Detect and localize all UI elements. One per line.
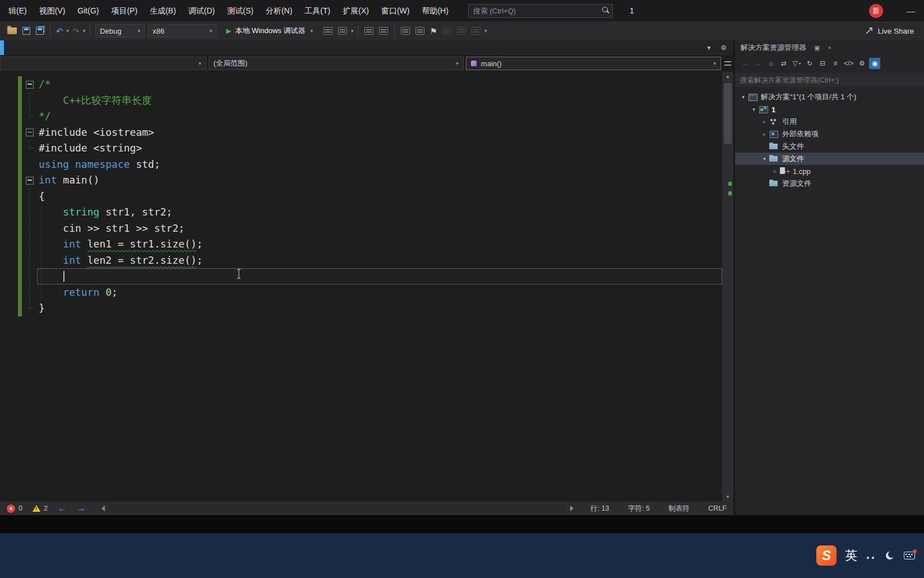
- save-icon[interactable]: [22, 27, 30, 35]
- member-dropdown[interactable]: main() ▾: [466, 57, 721, 70]
- fold-toggle-icon[interactable]: [22, 172, 37, 189]
- menu-item[interactable]: 工具(T): [298, 0, 336, 21]
- eol-indicator[interactable]: CRLF: [708, 504, 727, 512]
- expander-icon[interactable]: ▹: [760, 131, 769, 137]
- breakpoint-margin[interactable]: [0, 189, 18, 205]
- active-tab-edge[interactable]: [0, 40, 4, 55]
- breakpoint-margin[interactable]: [0, 76, 18, 93]
- indent-increase-icon[interactable]: [415, 27, 424, 35]
- indent-indicator[interactable]: 制表符: [668, 504, 690, 512]
- error-count[interactable]: 0: [19, 504, 22, 512]
- scroll-up-icon[interactable]: ▲: [722, 74, 733, 79]
- breakpoint-margin[interactable]: [0, 108, 18, 125]
- menu-item[interactable]: 生成(B): [144, 0, 182, 21]
- undo-dropdown-icon[interactable]: ▾: [66, 29, 71, 34]
- quick-search-input[interactable]: [469, 7, 600, 15]
- notification-badge[interactable]: 新: [869, 4, 883, 18]
- scope-dropdown[interactable]: (全局范围) ▾: [209, 57, 464, 70]
- errors-icon[interactable]: ×: [7, 504, 15, 513]
- project-dropdown[interactable]: ▾: [0, 57, 206, 70]
- menu-item[interactable]: 辑(E): [2, 0, 33, 21]
- indent-decrease-icon[interactable]: [401, 27, 410, 35]
- platform-dropdown[interactable]: x86 ▾: [148, 24, 216, 38]
- preview-selected-icon[interactable]: ◉: [869, 58, 880, 69]
- code-text[interactable]: return 0;: [37, 285, 722, 301]
- editor-options-gear-icon[interactable]: ⚙: [720, 44, 727, 51]
- expander-icon[interactable]: ▹: [760, 119, 769, 125]
- fullwidth-icon[interactable]: [885, 551, 895, 561]
- menu-item[interactable]: 分析(N): [260, 0, 298, 21]
- bookmark-icon[interactable]: ⚑: [427, 27, 439, 35]
- menu-item[interactable]: Git(G): [71, 0, 105, 21]
- explorer-search-box[interactable]: [735, 73, 924, 87]
- fold-toggle-icon[interactable]: [22, 76, 37, 93]
- breakpoint-margin[interactable]: [0, 253, 18, 269]
- column-indicator[interactable]: 字符: 5: [628, 504, 650, 512]
- sogou-logo-icon[interactable]: S: [816, 545, 837, 566]
- view-in-browser-icon[interactable]: [338, 27, 347, 35]
- menu-item[interactable]: 扩展(X): [336, 0, 375, 21]
- code-line[interactable]: }: [0, 300, 722, 316]
- code-line[interactable]: cin >> str1 >> str2;: [0, 221, 722, 237]
- code-text[interactable]: /*: [37, 76, 722, 93]
- warnings-icon[interactable]: [33, 505, 40, 512]
- code-text[interactable]: int len1 = str1.size();: [37, 236, 722, 253]
- vertical-scrollbar[interactable]: ▲ ▼: [722, 72, 733, 502]
- breakpoint-margin[interactable]: [0, 236, 18, 253]
- undo-icon[interactable]: ↶: [54, 27, 66, 35]
- punctuation-icon[interactable]: [866, 551, 876, 561]
- code-line[interactable]: #include <string>: [0, 140, 722, 157]
- breakpoint-margin[interactable]: [0, 285, 18, 301]
- search-icon[interactable]: [600, 6, 612, 15]
- code-text[interactable]: #include <string>: [37, 140, 722, 157]
- code-line[interactable]: int main(): [0, 172, 722, 189]
- close-icon[interactable]: ×: [828, 44, 831, 51]
- tree-item-solution[interactable]: ▾解决方案“1”(1 个项目/共 1 个): [735, 91, 924, 103]
- menu-item[interactable]: 视图(V): [33, 0, 72, 21]
- start-debugging-button[interactable]: ▶ 本地 Windows 调试器 ▾: [224, 24, 315, 38]
- split-editor-handle[interactable]: [722, 55, 733, 72]
- live-share-button[interactable]: Live Share: [865, 26, 914, 35]
- code-line[interactable]: int len1 = str1.size();: [0, 236, 722, 253]
- code-text[interactable]: }: [37, 300, 722, 316]
- sync-active-document-icon[interactable]: ⇄: [778, 58, 789, 69]
- menu-item[interactable]: 窗口(W): [375, 0, 416, 21]
- split-window-icon[interactable]: [379, 27, 388, 35]
- expander-icon[interactable]: ▹: [770, 168, 780, 174]
- explorer-search-input[interactable]: [740, 76, 919, 84]
- toolbar-overflow-icon[interactable]: ▾: [483, 29, 488, 34]
- code-text[interactable]: using namespace std;: [37, 157, 722, 173]
- ime-language-indicator[interactable]: 英: [845, 547, 857, 564]
- breakpoint-margin[interactable]: [0, 125, 18, 141]
- breakpoint-margin[interactable]: [0, 157, 18, 173]
- code-text[interactable]: */: [37, 108, 722, 125]
- code-view-icon[interactable]: </>: [843, 58, 854, 69]
- tree-item-source-files[interactable]: ▾源文件: [735, 153, 924, 165]
- configuration-dropdown[interactable]: Debug ▾: [95, 24, 145, 38]
- code-line[interactable]: #include <iostream>: [0, 125, 722, 141]
- minimize-button[interactable]: —: [907, 6, 915, 16]
- breakpoint-margin[interactable]: [0, 93, 18, 109]
- new-window-icon[interactable]: [364, 27, 373, 35]
- code-line[interactable]: return 0;: [0, 285, 722, 301]
- expander-icon[interactable]: ▾: [738, 94, 748, 100]
- code-text[interactable]: #include <iostream>: [37, 125, 722, 141]
- quick-search-box[interactable]: [468, 4, 613, 18]
- collapse-all-icon[interactable]: ⊟: [817, 58, 828, 69]
- breakpoint-margin[interactable]: [0, 268, 18, 285]
- tab-list-dropdown-icon[interactable]: ▾: [707, 44, 710, 51]
- code-line[interactable]: string str1, str2;: [0, 204, 722, 221]
- code-lines[interactable]: /* C++比较字符串长度*/#include <iostream>#inclu…: [0, 72, 722, 502]
- keyboard-icon[interactable]: [904, 552, 915, 559]
- code-text[interactable]: C++比较字符串长度: [37, 93, 722, 109]
- code-line[interactable]: int len2 = str2.size();: [0, 253, 722, 269]
- breakpoint-margin[interactable]: [0, 204, 18, 221]
- show-all-files-icon[interactable]: ≡: [830, 58, 841, 69]
- warning-count[interactable]: 2: [44, 504, 48, 512]
- code-line[interactable]: [0, 268, 722, 285]
- code-text[interactable]: int main(): [37, 172, 722, 189]
- hscroll-left-icon[interactable]: [101, 506, 105, 511]
- code-text[interactable]: {: [37, 189, 722, 205]
- code-text[interactable]: string str1, str2;: [37, 204, 722, 221]
- code-line[interactable]: C++比较字符串长度: [0, 93, 722, 109]
